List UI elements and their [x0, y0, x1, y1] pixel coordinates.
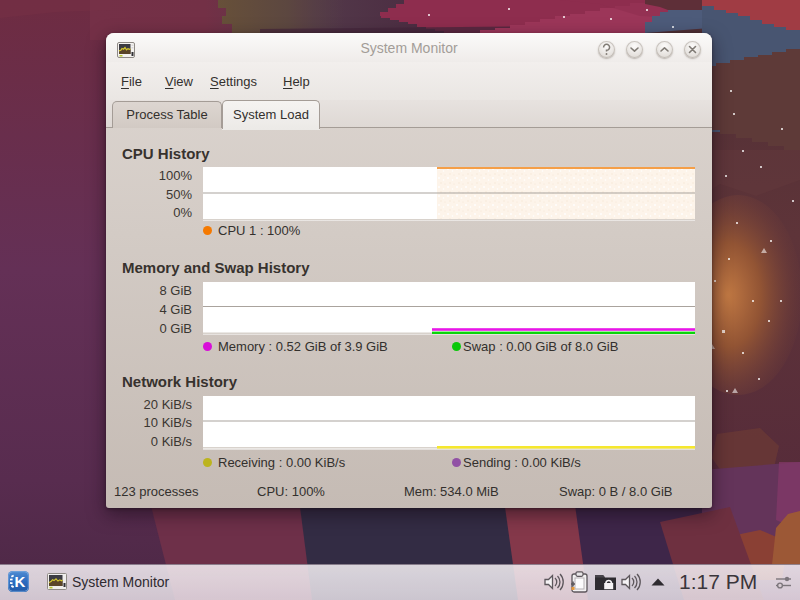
svg-text:K: K: [15, 573, 26, 590]
